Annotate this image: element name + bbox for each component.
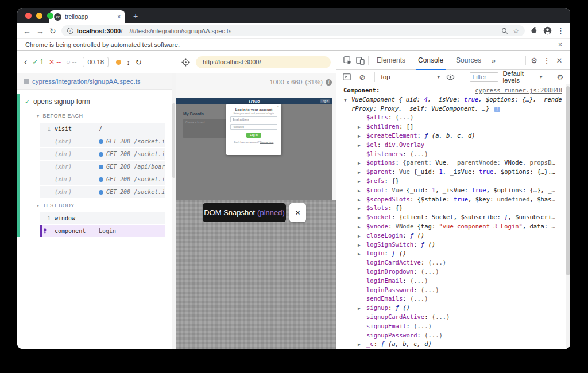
console-property-row[interactable]: ▶signup: ƒ () <box>343 304 562 313</box>
pin-icon[interactable] <box>42 228 51 234</box>
password-field[interactable] <box>230 124 277 130</box>
console-property-row[interactable]: ▶$options: {parent: Vue, _parentVnode: V… <box>343 158 562 168</box>
zoom-magnifier-icon[interactable] <box>501 28 508 34</box>
device-toolbar-icon[interactable] <box>354 56 366 65</box>
console-property-row[interactable]: ▶login: ƒ () <box>343 249 562 258</box>
console-property-row[interactable]: signupCardActive: (...) <box>343 313 562 322</box>
console-property-row[interactable]: $attrs: (...) <box>343 113 562 122</box>
selector-playground-icon[interactable] <box>181 58 190 67</box>
console-property-row[interactable]: signupEmail: (...) <box>343 322 562 331</box>
tab-elements[interactable]: Elements <box>370 51 412 70</box>
console-property-row[interactable]: loginDropdown: (...) <box>343 267 562 277</box>
back-icon[interactable]: ← <box>23 26 31 36</box>
create-board-card[interactable]: Create a board... <box>183 119 227 138</box>
console-scrollbar-thumb[interactable] <box>566 86 570 275</box>
expand-arrow-icon[interactable]: ▶ <box>358 159 361 168</box>
tab-close-icon[interactable]: × <box>117 14 121 20</box>
console-property-row[interactable]: ▶$createElement: ƒ (a, b, c, d) <box>343 131 562 141</box>
reload-icon[interactable]: ↻ <box>49 26 56 36</box>
command-row-pinned[interactable]: componentLogin <box>40 225 165 237</box>
zoom-window-button[interactable] <box>47 13 53 19</box>
browser-menu-kebab-icon[interactable]: ⋮ <box>557 26 564 35</box>
close-window-button[interactable] <box>25 13 32 19</box>
log-levels-select[interactable]: Default levels ▼ <box>503 70 543 84</box>
command-row[interactable]: 1window <box>40 212 165 224</box>
devtools-menu-kebab-icon[interactable]: ⋮ <box>540 56 553 65</box>
hook-header[interactable]: ▾TEST BODY <box>17 199 176 212</box>
console-property-row[interactable]: ▶logSignSwitch: ƒ () <box>343 240 562 250</box>
inspect-element-icon[interactable] <box>341 56 354 65</box>
console-sidebar-icon[interactable] <box>341 73 352 81</box>
expand-arrow-icon[interactable]: ▶ <box>358 177 361 186</box>
expand-arrow-icon[interactable]: ▶ <box>358 204 361 213</box>
profile-avatar-icon[interactable] <box>543 26 552 35</box>
console-property-row[interactable]: $listeners: (...) <box>343 150 562 159</box>
expand-arrow-icon[interactable]: ▶ <box>358 196 361 204</box>
console-property-row[interactable]: ▶$children: [] <box>343 122 562 131</box>
console-property-row[interactable]: loginPassword: (...) <box>343 286 562 295</box>
live-expression-eye-icon[interactable] <box>445 74 456 80</box>
expand-arrow-icon[interactable]: ▶ <box>358 132 361 141</box>
collapse-arrow-icon[interactable]: ▼ <box>344 96 347 105</box>
console-property-row[interactable]: ▶$slots: {} <box>343 204 562 213</box>
console-property-row[interactable]: ▶$refs: {} <box>343 177 562 186</box>
back-to-tests-button[interactable]: ‹ <box>24 57 27 67</box>
browser-tab[interactable]: cy trelloapp × <box>49 10 125 23</box>
console-property-row[interactable]: loginEmail: (...) <box>343 277 562 286</box>
command-row[interactable]: 1visit/ <box>40 123 165 135</box>
auto-scroll-icon[interactable]: ↕ <box>126 58 130 67</box>
reporter-scrollbar[interactable] <box>172 73 176 349</box>
console-property-row[interactable]: ▶$socket: {client: Socket, $subscribe: ƒ… <box>343 213 562 222</box>
command-row[interactable]: (xhr)GET 200 /socket.io… <box>40 148 165 160</box>
console-scrollbar[interactable] <box>566 84 570 349</box>
console-property-row[interactable]: ▶_c: ƒ (a, b, c, d) <box>343 340 562 349</box>
command-row[interactable]: (xhr)GET 200 /socket.io… <box>40 173 165 185</box>
hook-header[interactable]: ▾BEFORE EACH <box>17 109 176 123</box>
modal-close-icon[interactable]: × <box>277 104 279 108</box>
console-property-row[interactable]: signupPassword: (...) <box>343 331 562 340</box>
info-icon[interactable]: i <box>494 107 500 112</box>
signup-link[interactable]: Sign up here <box>260 141 274 143</box>
expand-arrow-icon[interactable]: ▶ <box>358 232 361 240</box>
reporter-scrollbar-thumb[interactable] <box>172 103 175 178</box>
unpin-snapshot-button[interactable]: × <box>289 203 306 222</box>
expand-arrow-icon[interactable]: ▶ <box>358 250 361 258</box>
expand-arrow-icon[interactable]: ▶ <box>358 304 361 313</box>
console-settings-gear-icon[interactable]: ⚙ <box>555 73 566 81</box>
viewport-info-icon[interactable]: i <box>326 79 332 86</box>
more-tabs-icon[interactable]: » <box>488 56 500 65</box>
console-property-row[interactable]: ▶$parent: Vue {_uid: 1, _isVue: true, $o… <box>343 168 562 177</box>
command-row[interactable]: (xhr)GET 200 /api/boards <box>40 161 165 173</box>
clear-console-icon[interactable]: ⊘ <box>357 73 368 81</box>
expand-arrow-icon[interactable]: ▶ <box>358 168 361 177</box>
spec-file-link[interactable]: cypress/integration/signupAA.spec.ts <box>32 78 141 85</box>
navbar-login-button[interactable]: Log in <box>320 99 330 103</box>
expand-arrow-icon[interactable]: ▶ <box>358 141 361 150</box>
expand-arrow-icon[interactable]: ▶ <box>358 241 361 250</box>
email-field[interactable] <box>230 116 277 122</box>
minimize-window-button[interactable] <box>36 13 42 19</box>
aut-url-bar[interactable]: http://localhost:3000/ <box>196 56 331 68</box>
login-submit-button[interactable]: Log in <box>246 133 261 138</box>
site-info-icon[interactable]: i <box>67 28 74 34</box>
expand-arrow-icon[interactable]: ▶ <box>358 187 361 195</box>
console-filter-input[interactable] <box>470 72 498 82</box>
console-property-row[interactable]: loginCardActive: (...) <box>343 258 562 267</box>
infobar-close-icon[interactable]: × <box>558 41 562 49</box>
command-row[interactable]: (xhr)GET 200 /socket.io… <box>40 186 165 198</box>
forward-icon[interactable]: → <box>36 26 44 36</box>
bookmark-star-icon[interactable]: ☆ <box>513 27 519 35</box>
tab-sources[interactable]: Sources <box>450 51 488 70</box>
frame-context-select[interactable]: top ▼ <box>381 73 441 80</box>
address-bar[interactable]: i localhost:3000/__/#/tests/integration/… <box>61 25 525 36</box>
extensions-puzzle-icon[interactable] <box>530 27 538 35</box>
console-object-preview[interactable]: ▼VueComponent {_uid: 4, _isVue: true, $o… <box>343 95 562 114</box>
console-property-row[interactable]: ▶$el: div.Overlay <box>343 141 562 150</box>
tab-console[interactable]: Console <box>412 51 450 70</box>
rerun-tests-icon[interactable]: ↻ <box>136 58 142 67</box>
expand-arrow-icon[interactable]: ▶ <box>358 223 361 231</box>
console-property-row[interactable]: ▶closeLogin: ƒ () <box>343 231 562 240</box>
console-property-row[interactable]: ▶$scopedSlots: {$stable: true, $key: und… <box>343 195 562 204</box>
expand-arrow-icon[interactable]: ▶ <box>358 213 361 222</box>
new-tab-button[interactable]: + <box>133 12 138 20</box>
